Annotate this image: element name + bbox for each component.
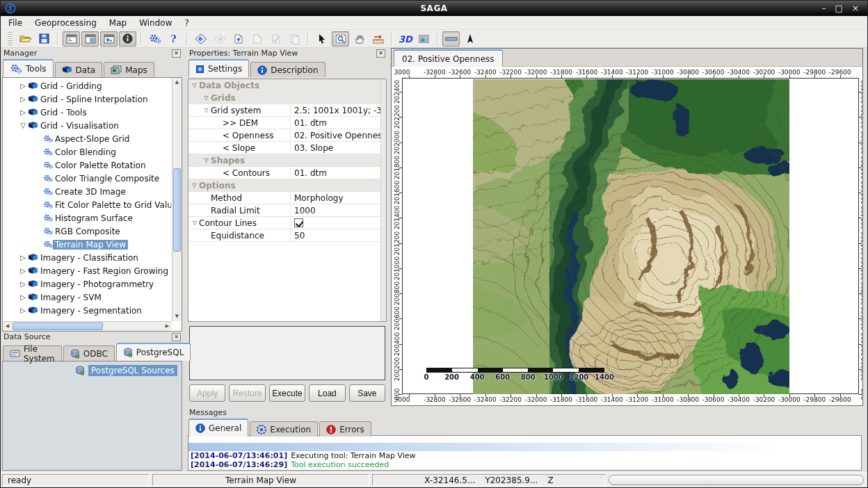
zoom-tool-button[interactable] xyxy=(332,31,349,47)
data-source-tab-file-system[interactable]: File System xyxy=(3,345,62,361)
tree-item-create-3d-image[interactable]: Create 3D Image xyxy=(3,185,171,198)
pan-tool-button[interactable] xyxy=(351,31,368,47)
properties-close-icon[interactable]: ✕ xyxy=(376,49,385,58)
tree-item-terrain-map-view[interactable]: Terrain Map View xyxy=(3,238,171,251)
scroll-thumb[interactable] xyxy=(13,323,103,330)
toggle-messages-button[interactable] xyxy=(119,31,136,47)
properties-tab-settings[interactable]: Settings xyxy=(188,59,249,77)
messages-tab-errors[interactable]: Errors xyxy=(319,421,371,437)
property-row-method[interactable]: MethodMorphology xyxy=(188,192,386,204)
layer-apply-button[interactable] xyxy=(267,31,284,47)
north-arrow-button[interactable] xyxy=(461,31,479,47)
tree-vertical-scrollbar[interactable]: ▲ ▼ xyxy=(172,78,182,321)
tree-item-imagery-segmentation[interactable]: ▷Imagery - Segmentation xyxy=(3,304,171,317)
property-row-openness[interactable]: < Openness02. Positive Openness xyxy=(188,129,386,142)
expander-icon[interactable]: ▽ xyxy=(190,220,199,226)
property-value[interactable]: 01. dtm xyxy=(290,117,386,129)
expander-icon[interactable]: ▷ xyxy=(18,307,28,314)
toolbar-drag-handle[interactable] xyxy=(8,32,13,46)
scroll-thumb[interactable] xyxy=(173,168,181,252)
menu-map[interactable]: Map xyxy=(103,17,133,29)
tree-item-imagery-svm[interactable]: ▷Imagery - SVM xyxy=(3,291,171,304)
expander-icon[interactable]: ▽ xyxy=(202,107,211,113)
property-value[interactable]: 02. Positive Openness xyxy=(290,129,386,141)
expander-icon[interactable]: ▷ xyxy=(18,280,28,288)
contour-lines-checkbox[interactable] xyxy=(294,218,303,227)
tree-item-fit-color-palette-to-grid-values[interactable]: Fit Color Palette to Grid Values xyxy=(3,198,171,211)
toggle-properties-button[interactable] xyxy=(100,31,118,47)
tree-item-histogram-surface[interactable]: Histogram Surface xyxy=(3,211,171,225)
open-button[interactable] xyxy=(17,31,34,47)
expander-icon[interactable]: ▽ xyxy=(190,182,199,188)
property-value[interactable]: 01. dtm xyxy=(290,167,386,179)
menu-window[interactable]: Window xyxy=(133,17,178,29)
save-button[interactable]: Save xyxy=(349,384,385,402)
expander-icon[interactable]: ▽ xyxy=(202,157,211,163)
save-button[interactable] xyxy=(35,31,53,47)
execute-button[interactable]: Execute xyxy=(269,384,305,402)
expander-icon[interactable]: ▽ xyxy=(190,82,199,88)
expander-icon[interactable]: ▷ xyxy=(18,108,28,116)
tree-item-imagery-photogrammetry[interactable]: ▷Imagery - Photogrammetry xyxy=(3,277,171,291)
tree-item-imagery-fast-region-growing-al[interactable]: ▷Imagery - Fast Region Growing Al xyxy=(3,264,171,277)
scroll-right-icon[interactable]: ▶ xyxy=(163,322,172,331)
toggle-manager-button[interactable] xyxy=(63,31,80,47)
messages-tab-execution[interactable]: Execution xyxy=(250,421,318,437)
layer-copy-button[interactable] xyxy=(286,31,303,47)
help-button[interactable]: ? xyxy=(165,31,182,47)
property-value[interactable]: Morphology xyxy=(290,192,386,204)
messages-tab-general[interactable]: General xyxy=(188,418,248,437)
data-source-tab-postgresql[interactable]: PostgreSQL xyxy=(116,343,191,361)
manager-tab-data[interactable]: Data xyxy=(55,62,103,77)
property-row-options[interactable]: ▽Options xyxy=(188,179,386,192)
expander-icon[interactable]: ▷ xyxy=(18,267,28,275)
close-button[interactable]: × xyxy=(852,1,859,15)
minimize-button[interactable]: – xyxy=(822,1,826,15)
tree-item-grid-spline-interpolation[interactable]: ▷Grid - Spline Interpolation xyxy=(3,92,171,106)
scalebar-toggle-button[interactable] xyxy=(442,31,460,47)
map-view-tab[interactable]: 02. Positive Openness xyxy=(394,49,503,67)
expander-icon[interactable]: ▷ xyxy=(18,95,28,103)
manager-close-icon[interactable]: ✕ xyxy=(172,49,181,58)
layer-show-button[interactable] xyxy=(248,31,266,47)
property-row-grids[interactable]: ▽Grids xyxy=(188,92,386,104)
maximize-button[interactable]: □ xyxy=(835,1,843,15)
tree-item-color-triangle-composite[interactable]: Color Triangle Composite xyxy=(3,172,171,185)
expander-icon[interactable]: ▽ xyxy=(202,95,211,101)
toggle-data-source-button[interactable] xyxy=(81,31,99,47)
property-row-equidistance[interactable]: Equidistance50 xyxy=(188,229,386,242)
tree-horizontal-scrollbar[interactable]: ◀ ▶ xyxy=(3,321,172,331)
property-grid-scrollbar[interactable] xyxy=(380,79,386,321)
expander-icon[interactable]: ▷ xyxy=(18,293,28,301)
tree-item-grid-tools[interactable]: ▷Grid - Tools xyxy=(3,106,171,119)
property-value[interactable]: 2.5; 1001x 1001y; -32500 xyxy=(290,104,386,116)
expander-icon[interactable]: ▷ xyxy=(18,82,28,90)
tree-item-color-palette-rotation[interactable]: Color Palette Rotation xyxy=(3,158,171,172)
expander-icon[interactable]: ▷ xyxy=(18,254,28,261)
property-row-radial-limit[interactable]: Radial Limit1000 xyxy=(188,204,386,217)
property-value[interactable]: 1000 xyxy=(290,204,386,216)
map-canvas[interactable]: 30003000-32800-32800-32600-32600-32400-3… xyxy=(392,67,862,405)
property-row-dem[interactable]: >> DEM01. dtm xyxy=(188,117,386,129)
property-value[interactable] xyxy=(290,217,386,229)
property-row-contours[interactable]: < Contours01. dtm xyxy=(188,167,386,179)
terrain-map-image[interactable] xyxy=(473,79,789,394)
manager-tab-tools[interactable]: Tools xyxy=(3,59,54,77)
property-row-contour-lines[interactable]: ▽Contour Lines xyxy=(188,217,386,229)
tree-item-aspect-slope-grid[interactable]: Aspect-Slope Grid xyxy=(3,132,171,145)
expander-icon[interactable]: ▽ xyxy=(18,122,28,129)
property-row-shapes[interactable]: ▽Shapes xyxy=(188,154,386,167)
scroll-left-icon[interactable]: ◀ xyxy=(3,322,12,331)
load-button[interactable]: Load xyxy=(309,384,345,402)
property-value[interactable]: 50 xyxy=(290,229,386,241)
menu-[interactable]: ? xyxy=(178,17,195,29)
zoom-next-button[interactable] xyxy=(211,31,228,47)
data-source-item-postgresql-sources[interactable]: PostgreSQL Sources xyxy=(3,365,182,376)
scroll-down-icon[interactable]: ▼ xyxy=(172,312,182,321)
measure-tool-button[interactable] xyxy=(369,31,387,47)
tree-item-imagery-classification[interactable]: ▷Imagery - Classification xyxy=(3,251,171,264)
zoom-previous-button[interactable] xyxy=(192,31,209,47)
property-row-slope[interactable]: < Slope03. Slope xyxy=(188,142,386,154)
tree-item-rgb-composite[interactable]: RGB Composite xyxy=(3,225,171,238)
add-layer-button[interactable] xyxy=(230,31,247,47)
